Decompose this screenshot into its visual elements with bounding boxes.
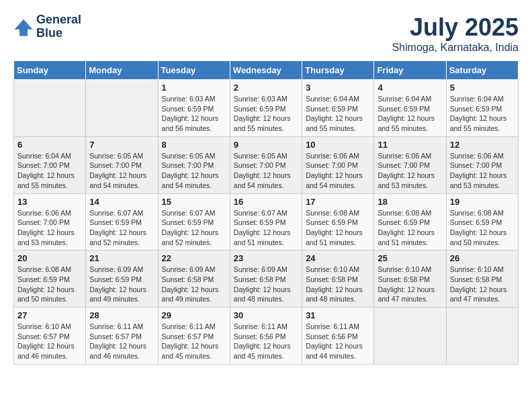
day-info: Sunrise: 6:11 AMSunset: 6:57 PMDaylight:…: [89, 322, 154, 361]
calendar-day-cell: 17Sunrise: 6:08 AMSunset: 6:59 PMDayligh…: [302, 193, 374, 250]
calendar-title: July 2025: [392, 13, 519, 42]
calendar-body: 1Sunrise: 6:03 AMSunset: 6:59 PMDaylight…: [14, 80, 519, 365]
day-info: Sunrise: 6:06 AMSunset: 7:00 PMDaylight:…: [450, 151, 515, 191]
calendar-day-cell: 25Sunrise: 6:10 AMSunset: 6:58 PMDayligh…: [374, 250, 446, 308]
page-header: General Blue July 2025 Shimoga, Karnatak…: [13, 13, 519, 54]
calendar-day-cell: [446, 308, 518, 365]
day-number: 27: [17, 310, 82, 320]
calendar-day-cell: 26Sunrise: 6:10 AMSunset: 6:58 PMDayligh…: [446, 250, 518, 308]
day-number: 2: [234, 83, 298, 93]
day-info: Sunrise: 6:07 AMSunset: 6:59 PMDaylight:…: [162, 208, 226, 248]
day-info: Sunrise: 6:03 AMSunset: 6:59 PMDaylight:…: [234, 94, 298, 134]
day-of-week-header: Wednesday: [230, 61, 302, 80]
day-number: 13: [17, 197, 82, 207]
calendar-day-cell: 11Sunrise: 6:06 AMSunset: 7:00 PMDayligh…: [374, 136, 446, 193]
calendar-day-cell: 21Sunrise: 6:09 AMSunset: 6:59 PMDayligh…: [86, 250, 158, 308]
calendar-day-cell: 29Sunrise: 6:11 AMSunset: 6:57 PMDayligh…: [158, 308, 230, 365]
calendar-day-cell: 14Sunrise: 6:07 AMSunset: 6:59 PMDayligh…: [86, 193, 158, 250]
day-number: 12: [450, 140, 515, 150]
day-info: Sunrise: 6:04 AMSunset: 6:59 PMDaylight:…: [450, 94, 515, 134]
calendar-day-cell: 15Sunrise: 6:07 AMSunset: 6:59 PMDayligh…: [158, 193, 230, 250]
day-number: 8: [162, 140, 226, 150]
calendar-header-row: SundayMondayTuesdayWednesdayThursdayFrid…: [14, 61, 519, 80]
calendar-day-cell: 20Sunrise: 6:08 AMSunset: 6:59 PMDayligh…: [14, 250, 86, 308]
day-number: 14: [89, 197, 154, 207]
day-number: 28: [89, 310, 154, 320]
day-info: Sunrise: 6:09 AMSunset: 6:58 PMDaylight:…: [234, 265, 298, 304]
calendar-day-cell: 31Sunrise: 6:11 AMSunset: 6:56 PMDayligh…: [302, 308, 374, 365]
day-info: Sunrise: 6:05 AMSunset: 7:00 PMDaylight:…: [89, 151, 154, 191]
day-info: Sunrise: 6:10 AMSunset: 6:58 PMDaylight:…: [306, 265, 370, 304]
calendar-day-cell: [14, 80, 86, 137]
calendar-day-cell: 16Sunrise: 6:07 AMSunset: 6:59 PMDayligh…: [230, 193, 302, 250]
day-info: Sunrise: 6:07 AMSunset: 6:59 PMDaylight:…: [234, 208, 298, 248]
calendar-day-cell: 19Sunrise: 6:08 AMSunset: 6:59 PMDayligh…: [446, 193, 518, 250]
day-number: 17: [306, 197, 370, 207]
calendar-day-cell: 22Sunrise: 6:09 AMSunset: 6:58 PMDayligh…: [158, 250, 230, 308]
day-info: Sunrise: 6:07 AMSunset: 6:59 PMDaylight:…: [89, 208, 154, 248]
day-number: 5: [450, 83, 515, 93]
svg-marker-0: [15, 19, 33, 36]
calendar-day-cell: 28Sunrise: 6:11 AMSunset: 6:57 PMDayligh…: [86, 308, 158, 365]
day-info: Sunrise: 6:05 AMSunset: 7:00 PMDaylight:…: [162, 151, 226, 191]
calendar-day-cell: 3Sunrise: 6:04 AMSunset: 6:59 PMDaylight…: [302, 80, 374, 137]
calendar-week-row: 20Sunrise: 6:08 AMSunset: 6:59 PMDayligh…: [14, 250, 519, 308]
day-number: 3: [306, 83, 370, 93]
day-info: Sunrise: 6:11 AMSunset: 6:56 PMDaylight:…: [306, 322, 370, 361]
calendar-day-cell: 9Sunrise: 6:05 AMSunset: 7:00 PMDaylight…: [230, 136, 302, 193]
calendar-day-cell: 12Sunrise: 6:06 AMSunset: 7:00 PMDayligh…: [446, 136, 518, 193]
day-info: Sunrise: 6:06 AMSunset: 7:00 PMDaylight:…: [17, 208, 82, 248]
day-number: 20: [17, 253, 82, 263]
calendar-day-cell: 4Sunrise: 6:04 AMSunset: 6:59 PMDaylight…: [374, 80, 446, 137]
day-info: Sunrise: 6:06 AMSunset: 7:00 PMDaylight:…: [378, 151, 442, 191]
calendar-week-row: 6Sunrise: 6:04 AMSunset: 7:00 PMDaylight…: [14, 136, 519, 193]
calendar-day-cell: 30Sunrise: 6:11 AMSunset: 6:56 PMDayligh…: [230, 308, 302, 365]
calendar-subtitle: Shimoga, Karnataka, India: [392, 42, 519, 54]
calendar-day-cell: 18Sunrise: 6:08 AMSunset: 6:59 PMDayligh…: [374, 193, 446, 250]
day-number: 10: [306, 140, 370, 150]
day-number: 6: [17, 140, 82, 150]
day-number: 11: [378, 140, 442, 150]
logo-icon: [13, 17, 34, 37]
day-number: 9: [234, 140, 298, 150]
day-number: 31: [306, 310, 370, 320]
day-of-week-header: Saturday: [446, 61, 518, 80]
day-info: Sunrise: 6:11 AMSunset: 6:57 PMDaylight:…: [162, 322, 226, 361]
day-info: Sunrise: 6:09 AMSunset: 6:59 PMDaylight:…: [89, 265, 154, 304]
calendar-day-cell: 8Sunrise: 6:05 AMSunset: 7:00 PMDaylight…: [158, 136, 230, 193]
day-info: Sunrise: 6:05 AMSunset: 7:00 PMDaylight:…: [234, 151, 298, 191]
day-number: 29: [162, 310, 226, 320]
day-info: Sunrise: 6:10 AMSunset: 6:57 PMDaylight:…: [17, 322, 82, 361]
day-number: 19: [450, 197, 515, 207]
calendar-day-cell: 10Sunrise: 6:06 AMSunset: 7:00 PMDayligh…: [302, 136, 374, 193]
calendar-day-cell: 24Sunrise: 6:10 AMSunset: 6:58 PMDayligh…: [302, 250, 374, 308]
day-info: Sunrise: 6:08 AMSunset: 6:59 PMDaylight:…: [450, 208, 515, 248]
day-info: Sunrise: 6:08 AMSunset: 6:59 PMDaylight:…: [306, 208, 370, 248]
calendar-week-row: 27Sunrise: 6:10 AMSunset: 6:57 PMDayligh…: [14, 308, 519, 365]
day-number: 15: [162, 197, 226, 207]
day-info: Sunrise: 6:04 AMSunset: 6:59 PMDaylight:…: [306, 94, 370, 134]
calendar-day-cell: 6Sunrise: 6:04 AMSunset: 7:00 PMDaylight…: [14, 136, 86, 193]
logo-text: General Blue: [36, 13, 81, 40]
calendar-table: SundayMondayTuesdayWednesdayThursdayFrid…: [13, 60, 519, 365]
day-of-week-header: Tuesday: [158, 61, 230, 80]
day-info: Sunrise: 6:10 AMSunset: 6:58 PMDaylight:…: [378, 265, 442, 304]
day-number: 23: [234, 253, 298, 263]
calendar-day-cell: 27Sunrise: 6:10 AMSunset: 6:57 PMDayligh…: [14, 308, 86, 365]
day-number: 24: [306, 253, 370, 263]
calendar-day-cell: [86, 80, 158, 137]
day-number: 26: [450, 253, 515, 263]
title-block: July 2025 Shimoga, Karnataka, India: [392, 13, 519, 54]
day-info: Sunrise: 6:03 AMSunset: 6:59 PMDaylight:…: [162, 94, 226, 134]
day-number: 1: [162, 83, 226, 93]
calendar-day-cell: 5Sunrise: 6:04 AMSunset: 6:59 PMDaylight…: [446, 80, 518, 137]
day-info: Sunrise: 6:10 AMSunset: 6:58 PMDaylight:…: [450, 265, 515, 304]
day-info: Sunrise: 6:04 AMSunset: 7:00 PMDaylight:…: [17, 151, 82, 191]
calendar-day-cell: [374, 308, 446, 365]
day-number: 4: [378, 83, 442, 93]
calendar-day-cell: 13Sunrise: 6:06 AMSunset: 7:00 PMDayligh…: [14, 193, 86, 250]
day-number: 16: [234, 197, 298, 207]
day-of-week-header: Thursday: [302, 61, 374, 80]
day-number: 18: [378, 197, 442, 207]
day-number: 25: [378, 253, 442, 263]
